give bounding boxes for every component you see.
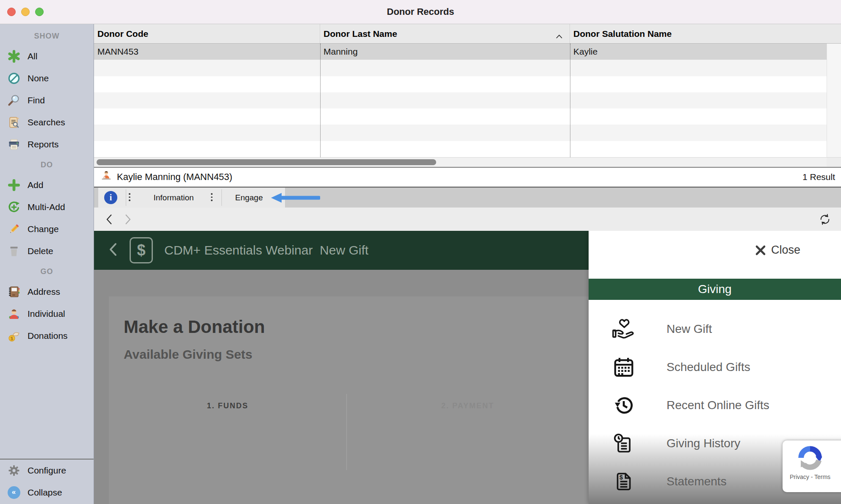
- multi-add-icon: [7, 201, 20, 214]
- table-row-empty: [94, 60, 841, 76]
- sidebar-item-find[interactable]: Find: [0, 89, 94, 111]
- table-row-empty: [94, 108, 841, 125]
- sidebar-item-none[interactable]: None: [0, 67, 94, 89]
- sidebar-item-label: Configure: [28, 465, 66, 476]
- svg-text:$: $: [10, 336, 13, 341]
- gear-icon: [7, 464, 20, 477]
- sidebar-section-go: GO: [0, 262, 94, 281]
- selected-record: Kaylie Manning (MANN453): [100, 169, 232, 185]
- column-divider: [570, 44, 570, 157]
- plus-icon: [7, 179, 20, 192]
- table-row-empty: [94, 92, 841, 108]
- tab-label: Information: [153, 193, 194, 202]
- menu-item-label: Statements: [667, 475, 727, 488]
- webview-nav-bar: [94, 208, 841, 231]
- forward-icon[interactable]: [122, 213, 133, 227]
- scroll-search-icon: [7, 116, 20, 129]
- sidebar-item-label: All: [28, 51, 37, 61]
- horizontal-scrollbar-thumb[interactable]: [97, 159, 436, 165]
- cell-donor-last-name: Manning: [320, 44, 570, 60]
- table-row-empty: [94, 76, 841, 92]
- person-icon: [7, 307, 20, 321]
- titlebar: Donor Records: [0, 0, 841, 24]
- column-divider: [320, 44, 321, 157]
- sidebar-item-delete[interactable]: Delete: [0, 240, 94, 262]
- pencil-icon: [7, 223, 20, 236]
- donation-subtitle: Available Giving Sets: [124, 347, 589, 362]
- sidebar-item-label: Change: [28, 224, 59, 234]
- table-row-selected[interactable]: MANN453 Manning Kaylie: [94, 44, 841, 60]
- dollar-document-icon: $: [611, 469, 636, 494]
- sidebar-item-configure[interactable]: Configure: [0, 460, 94, 482]
- person-laptop-icon: [100, 169, 113, 185]
- info-icon[interactable]: i: [104, 191, 117, 204]
- engage-webview: Make a Donation Available Giving Sets 1.…: [94, 231, 841, 504]
- recaptcha-privacy-terms[interactable]: Privacy - Terms: [783, 474, 838, 480]
- sidebar-item-searches[interactable]: Searches: [0, 111, 94, 133]
- hand-coin-icon: $: [7, 330, 20, 343]
- sidebar-item-address[interactable]: Address: [0, 281, 94, 303]
- back-icon[interactable]: [104, 213, 115, 227]
- heart-hand-icon: [611, 317, 636, 341]
- column-header-donor-salutation-name[interactable]: Donor Salutation Name: [570, 24, 827, 43]
- close-label: Close: [771, 244, 800, 257]
- sidebar-item-add[interactable]: Add: [0, 174, 94, 196]
- menu-item-label: Giving History: [667, 437, 740, 450]
- donation-stepper: 1. FUNDS 2. PAYMENT: [109, 394, 589, 470]
- column-header-donor-code[interactable]: Donor Code: [94, 24, 320, 43]
- menu-item-label: Scheduled Gifts: [667, 360, 750, 374]
- zoom-window-button[interactable]: [35, 8, 44, 16]
- tab-information[interactable]: Information: [126, 188, 221, 208]
- recaptcha-icon: [783, 445, 838, 473]
- trash-icon: [7, 245, 20, 258]
- document-clock-icon: [611, 431, 636, 456]
- sidebar-item-donations[interactable]: $ Donations: [0, 325, 94, 347]
- column-header-donor-last-name[interactable]: Donor Last Name: [320, 24, 570, 43]
- sidebar-item-label: Reports: [28, 139, 59, 150]
- drag-handle-icon[interactable]: [211, 193, 213, 201]
- webinar-header: $ CDM+ Essentials Webinar New Gift: [94, 231, 589, 270]
- sidebar-section-do: DO: [0, 155, 94, 174]
- vertical-scrollbar-track[interactable]: [827, 44, 841, 157]
- sidebar-section-show: SHOW: [0, 27, 94, 45]
- sidebar-item-collapse[interactable]: « Collapse: [0, 482, 94, 504]
- sidebar-item-all[interactable]: All: [0, 45, 94, 67]
- sidebar-item-reports[interactable]: Reports: [0, 133, 94, 155]
- menu-item-new-gift[interactable]: New Gift: [589, 310, 841, 348]
- dollar-badge-icon: $: [130, 237, 153, 263]
- close-window-button[interactable]: [7, 8, 16, 16]
- step-payment: 2. PAYMENT: [346, 394, 589, 470]
- sidebar-item-label: Individual: [28, 309, 65, 319]
- history-clock-icon: [611, 393, 636, 418]
- refresh-icon[interactable]: [818, 213, 832, 228]
- sidebar-item-label: Delete: [28, 246, 53, 256]
- minimize-window-button[interactable]: [21, 8, 30, 16]
- chevron-left-icon[interactable]: [108, 242, 118, 258]
- menu-item-scheduled-gifts[interactable]: Scheduled Gifts: [589, 348, 841, 386]
- sidebar: SHOW All None Find Searches Reports: [0, 24, 94, 504]
- panel-header: Giving: [589, 279, 841, 300]
- sidebar-footer: Configure « Collapse: [0, 459, 94, 504]
- sort-ascending-icon: [556, 31, 563, 41]
- magnifier-icon: [7, 94, 20, 107]
- asterisk-icon: [7, 50, 20, 63]
- sidebar-item-individual[interactable]: Individual: [0, 303, 94, 325]
- horizontal-scrollbar-track[interactable]: [94, 157, 841, 167]
- table-row-empty: [94, 125, 841, 141]
- step-funds[interactable]: 1. FUNDS: [109, 394, 346, 470]
- result-count: 1 Result: [802, 172, 835, 182]
- sidebar-item-label: Multi-Add: [28, 202, 65, 212]
- sidebar-item-multi-add[interactable]: Multi-Add: [0, 196, 94, 218]
- webinar-title: CDM+ Essentials Webinar New Gift: [164, 243, 368, 258]
- close-button[interactable]: Close: [755, 244, 800, 257]
- sidebar-item-label: Collapse: [28, 487, 62, 498]
- cell-donor-code: MANN453: [94, 44, 320, 60]
- recaptcha-badge[interactable]: Privacy - Terms: [783, 440, 841, 492]
- menu-item-label: Recent Online Gifts: [667, 399, 769, 412]
- table-row-empty: [94, 141, 841, 157]
- menu-item-recent-online-gifts[interactable]: Recent Online Gifts: [589, 386, 841, 424]
- printer-icon: [7, 138, 20, 151]
- tab-engage[interactable]: Engage: [221, 188, 277, 208]
- donation-page: Make a Donation Available Giving Sets 1.…: [94, 231, 589, 504]
- sidebar-item-change[interactable]: Change: [0, 218, 94, 240]
